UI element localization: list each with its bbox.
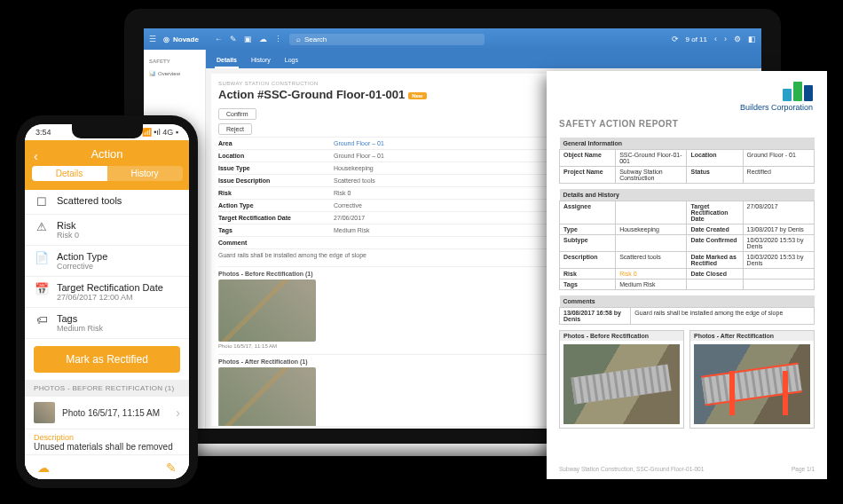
brand-icon: ◎ bbox=[163, 35, 169, 43]
search-placeholder: Search bbox=[304, 35, 327, 43]
list-item: 🏷TagsMedium Risk bbox=[25, 308, 189, 339]
screen-title: Action bbox=[25, 147, 189, 161]
confirm-button[interactable]: Confirm bbox=[218, 108, 256, 120]
field-value-link[interactable]: Ground Floor – 01 bbox=[334, 140, 384, 146]
upload-icon[interactable]: ☁ bbox=[259, 35, 267, 43]
pager-text: 9 of 11 bbox=[686, 35, 707, 43]
status-time: 3:54 bbox=[35, 128, 51, 137]
brand-label: Novade bbox=[173, 35, 199, 43]
report-footer-right: Page 1/1 bbox=[792, 466, 815, 472]
cloud-upload-icon[interactable]: ☁ bbox=[37, 461, 50, 475]
tab-bar: Details History Logs bbox=[206, 50, 761, 68]
photo-thumb bbox=[34, 402, 55, 423]
section-heading: General Information bbox=[560, 138, 815, 150]
checkbox-icon[interactable]: ☐ bbox=[34, 195, 50, 209]
refresh-icon[interactable]: ⟳ bbox=[672, 35, 679, 43]
tab-logs[interactable]: Logs bbox=[283, 53, 300, 68]
account-icon[interactable]: ◧ bbox=[748, 35, 756, 43]
report-footer-left: Subway Station Construction, SSC-Ground … bbox=[559, 466, 704, 472]
search-input[interactable]: ⌕ Search bbox=[289, 34, 485, 45]
list-item: 📄Action TypeCorrective bbox=[25, 246, 189, 277]
photo-image bbox=[694, 344, 810, 424]
phone-screen: 3:54 📶 📶 •ıl 4G ▪ ‹ Action Details Histo… bbox=[25, 124, 189, 479]
settings-icon[interactable]: ⚙ bbox=[734, 35, 741, 43]
phone-notch bbox=[72, 124, 143, 138]
photo-before-box: Photos - Before Rectification bbox=[559, 330, 684, 429]
photo-thumb[interactable] bbox=[218, 280, 316, 342]
phone-header: ‹ Action Details History bbox=[25, 140, 189, 190]
list-item: ☐ Scattered tools bbox=[25, 190, 189, 215]
section-heading: PHOTOS - BEFORE RECTIFICATION (1) bbox=[25, 380, 189, 397]
section-heading: Details and History bbox=[560, 189, 815, 201]
search-icon: ⌕ bbox=[296, 35, 301, 43]
calendar-icon: 📅 bbox=[34, 282, 50, 295]
sidebar-category: SAFETY bbox=[149, 59, 200, 64]
app-topbar: ☰ ◎ Novade ← ✎ ▣ ☁ ⋮ ⌕ Search ⟳ 9 of 11 … bbox=[144, 28, 761, 50]
edit-icon[interactable]: ✎ bbox=[166, 461, 177, 475]
segment-history[interactable]: History bbox=[107, 166, 183, 181]
photo-image bbox=[563, 344, 680, 424]
mark-rectified-button[interactable]: Mark as Rectified bbox=[34, 346, 180, 373]
description-label: Description bbox=[34, 433, 180, 442]
segment-details[interactable]: Details bbox=[32, 166, 107, 181]
back-icon[interactable]: ‹ bbox=[34, 149, 38, 163]
camera-icon[interactable]: ▣ bbox=[244, 35, 252, 43]
photo-after-box: Photos - After Rectification bbox=[689, 330, 815, 429]
reject-button[interactable]: Reject bbox=[218, 123, 252, 135]
sidebar-item-overview[interactable]: 📊 Overview bbox=[147, 67, 201, 79]
status-badge: New bbox=[408, 92, 426, 99]
chevron-right-icon: › bbox=[176, 406, 180, 420]
prev-icon[interactable]: ‹ bbox=[714, 35, 717, 43]
tag-icon: 🏷 bbox=[34, 313, 50, 327]
tab-details[interactable]: Details bbox=[215, 53, 239, 68]
list-item: 📅Target Rectification Date27/06/2017 12:… bbox=[25, 277, 189, 308]
field-label: Area bbox=[218, 140, 334, 146]
company-logo: Builders Corporation bbox=[740, 82, 813, 112]
next-icon[interactable]: › bbox=[724, 35, 727, 43]
document-icon: 📄 bbox=[34, 251, 50, 264]
report-page: Builders Corporation SAFETY ACTION REPOR… bbox=[547, 71, 827, 479]
edit-icon[interactable]: ✎ bbox=[230, 35, 237, 43]
menu-icon[interactable]: ☰ bbox=[149, 35, 156, 43]
app-brand: ◎ Novade bbox=[163, 35, 199, 43]
phone-toolbar: ☁ ✎ bbox=[25, 454, 189, 479]
risk-icon: ⚠ bbox=[34, 220, 50, 233]
company-name: Builders Corporation bbox=[740, 103, 813, 112]
more-icon[interactable]: ⋮ bbox=[274, 35, 282, 43]
phone-frame: 3:54 📶 📶 •ıl 4G ▪ ‹ Action Details Histo… bbox=[16, 115, 198, 488]
section-heading: Comments bbox=[560, 295, 815, 308]
photo-label: Photo 16/5/17, 11:15 AM bbox=[62, 408, 160, 418]
photo-row[interactable]: Photo 16/5/17, 11:15 AM › bbox=[25, 397, 189, 429]
report-title: SAFETY ACTION REPORT bbox=[559, 119, 815, 129]
photo-thumb[interactable] bbox=[218, 367, 316, 426]
tab-history[interactable]: History bbox=[249, 53, 272, 68]
list-item: ⚠RiskRisk 0 bbox=[25, 215, 189, 246]
back-icon[interactable]: ← bbox=[215, 35, 223, 43]
segment-control[interactable]: Details History bbox=[32, 166, 183, 181]
